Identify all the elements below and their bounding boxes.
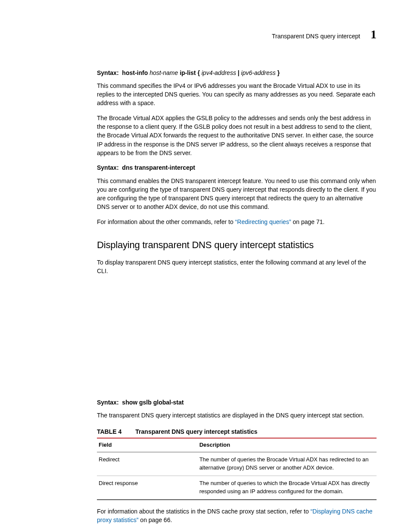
cell-desc: The number of queries to which the Broca… [198, 476, 377, 499]
paragraph: This command enables the DNS transparent… [97, 177, 377, 212]
syntax-host-info: Syntax: host-info host-name ip-list { ip… [97, 68, 377, 77]
paragraph: This command specifies the IPv4 or IPv6 … [97, 81, 377, 108]
cli-output-placeholder [97, 282, 377, 398]
cell-field: Direct response [97, 476, 198, 499]
col-header-field: Field [97, 438, 198, 452]
syntax-dns-transparent: Syntax: dns transparent-intercept [97, 163, 377, 172]
cell-desc: The number of queries the Brocade Virtua… [198, 452, 377, 476]
paragraph: The Brocade Virtual ADX applies the GSLB… [97, 114, 377, 157]
paragraph: The transparent DNS query intercept stat… [97, 411, 377, 420]
link-redirecting-queries[interactable]: “Redirecting queries” [235, 218, 291, 225]
running-header: Transparent DNS query intercept 1 [97, 26, 377, 44]
table-row: Redirect The number of queries the Broca… [97, 452, 377, 476]
paragraph-xref: For information about the statistics in … [97, 507, 377, 525]
heading-displaying-stats: Displaying transparent DNS query interce… [97, 238, 377, 252]
col-header-description: Description [198, 438, 377, 452]
paragraph-xref: For information about the other commands… [97, 218, 377, 226]
table-caption: TABLE 4Transparent DNS query intercept s… [97, 427, 377, 436]
table-row: Direct response The number of queries to… [97, 476, 377, 499]
chapter-number: 1 [371, 26, 377, 44]
section-title: Transparent DNS query intercept [272, 32, 360, 40]
stats-table: Field Description Redirect The number of… [97, 438, 377, 500]
paragraph: To display transparent DNS query interce… [97, 258, 377, 276]
syntax-show-gslb: Syntax: show gslb global-stat [97, 398, 377, 407]
page: Transparent DNS query intercept 1 Syntax… [0, 0, 411, 532]
cell-field: Redirect [97, 452, 198, 476]
